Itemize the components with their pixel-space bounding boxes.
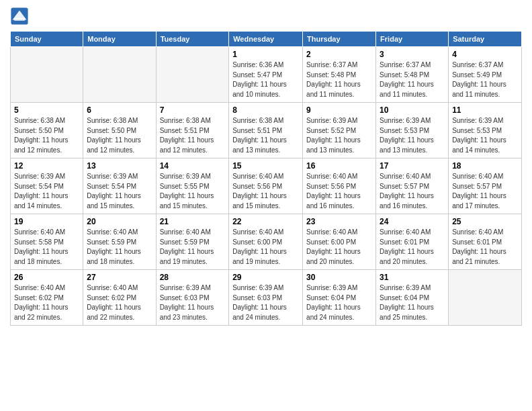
day-number: 7 — [160, 105, 226, 115]
calendar-cell: 8Sunrise: 6:38 AMSunset: 5:51 PMDaylight… — [229, 103, 303, 158]
weekday-header-row: SundayMondayTuesdayWednesdayThursdayFrid… — [11, 32, 522, 47]
day-number: 1 — [232, 50, 299, 59]
calendar-cell — [449, 270, 522, 326]
calendar-cell: 20Sunrise: 6:40 AMSunset: 5:59 PMDayligh… — [83, 214, 156, 270]
calendar-cell: 19Sunrise: 6:40 AMSunset: 5:58 PMDayligh… — [11, 214, 83, 270]
day-info: Sunrise: 6:40 AMSunset: 6:00 PMDaylight:… — [232, 228, 299, 267]
day-info: Sunrise: 6:38 AMSunset: 5:51 PMDaylight:… — [160, 116, 226, 155]
day-number: 22 — [232, 217, 299, 226]
weekday-tuesday: Tuesday — [156, 32, 229, 47]
calendar-cell: 9Sunrise: 6:39 AMSunset: 5:52 PMDaylight… — [303, 103, 376, 158]
day-info: Sunrise: 6:40 AMSunset: 5:59 PMDaylight:… — [160, 228, 226, 267]
calendar-cell: 29Sunrise: 6:39 AMSunset: 6:03 PMDayligh… — [229, 270, 303, 326]
day-info: Sunrise: 6:38 AMSunset: 5:51 PMDaylight:… — [232, 116, 299, 155]
weekday-saturday: Saturday — [449, 32, 522, 47]
calendar-cell: 24Sunrise: 6:40 AMSunset: 6:01 PMDayligh… — [376, 214, 449, 270]
day-number: 2 — [306, 50, 372, 59]
calendar-cell: 3Sunrise: 6:37 AMSunset: 5:48 PMDaylight… — [376, 47, 449, 103]
calendar-cell: 13Sunrise: 6:39 AMSunset: 5:54 PMDayligh… — [83, 158, 156, 214]
weekday-sunday: Sunday — [11, 32, 83, 47]
calendar-cell: 16Sunrise: 6:40 AMSunset: 5:56 PMDayligh… — [303, 158, 376, 214]
day-number: 29 — [232, 273, 299, 282]
day-info: Sunrise: 6:40 AMSunset: 5:57 PMDaylight:… — [380, 172, 445, 211]
day-info: Sunrise: 6:40 AMSunset: 6:02 PMDaylight:… — [87, 283, 152, 322]
day-info: Sunrise: 6:40 AMSunset: 5:58 PMDaylight:… — [14, 228, 79, 267]
day-number: 30 — [306, 273, 372, 282]
day-number: 27 — [87, 273, 152, 282]
calendar-cell: 22Sunrise: 6:40 AMSunset: 6:00 PMDayligh… — [229, 214, 303, 270]
day-info: Sunrise: 6:39 AMSunset: 6:04 PMDaylight:… — [306, 283, 372, 322]
calendar-cell: 2Sunrise: 6:37 AMSunset: 5:48 PMDaylight… — [303, 47, 376, 103]
day-number: 10 — [380, 105, 445, 115]
day-number: 28 — [160, 273, 226, 282]
day-number: 11 — [452, 105, 518, 115]
calendar-cell: 11Sunrise: 6:39 AMSunset: 5:53 PMDayligh… — [449, 103, 522, 158]
calendar-week-1: 5Sunrise: 6:38 AMSunset: 5:50 PMDaylight… — [11, 103, 522, 158]
day-number: 25 — [452, 217, 518, 226]
calendar-cell: 7Sunrise: 6:38 AMSunset: 5:51 PMDaylight… — [156, 103, 229, 158]
day-number: 14 — [160, 161, 226, 171]
logo — [10, 7, 32, 26]
day-info: Sunrise: 6:39 AMSunset: 6:03 PMDaylight:… — [232, 283, 299, 322]
day-number: 20 — [87, 217, 152, 226]
day-number: 9 — [306, 105, 372, 115]
calendar-cell: 15Sunrise: 6:40 AMSunset: 5:56 PMDayligh… — [229, 158, 303, 214]
calendar-cell: 17Sunrise: 6:40 AMSunset: 5:57 PMDayligh… — [376, 158, 449, 214]
day-info: Sunrise: 6:39 AMSunset: 5:55 PMDaylight:… — [160, 172, 226, 211]
weekday-thursday: Thursday — [303, 32, 376, 47]
day-info: Sunrise: 6:37 AMSunset: 5:48 PMDaylight:… — [306, 60, 372, 99]
calendar-cell: 14Sunrise: 6:39 AMSunset: 5:55 PMDayligh… — [156, 158, 229, 214]
day-info: Sunrise: 6:38 AMSunset: 5:50 PMDaylight:… — [87, 116, 152, 155]
day-info: Sunrise: 6:39 AMSunset: 5:53 PMDaylight:… — [380, 116, 445, 155]
calendar-week-4: 26Sunrise: 6:40 AMSunset: 6:02 PMDayligh… — [11, 270, 522, 326]
day-number: 21 — [160, 217, 226, 226]
day-info: Sunrise: 6:39 AMSunset: 6:04 PMDaylight:… — [380, 283, 445, 322]
day-number: 8 — [232, 105, 299, 115]
svg-rect-2 — [14, 18, 26, 21]
calendar-cell: 26Sunrise: 6:40 AMSunset: 6:02 PMDayligh… — [11, 270, 83, 326]
day-info: Sunrise: 6:39 AMSunset: 5:53 PMDaylight:… — [452, 116, 518, 155]
day-info: Sunrise: 6:39 AMSunset: 5:54 PMDaylight:… — [87, 172, 152, 211]
calendar-cell: 27Sunrise: 6:40 AMSunset: 6:02 PMDayligh… — [83, 270, 156, 326]
day-info: Sunrise: 6:37 AMSunset: 5:48 PMDaylight:… — [380, 60, 445, 99]
calendar-week-3: 19Sunrise: 6:40 AMSunset: 5:58 PMDayligh… — [11, 214, 522, 270]
day-number: 12 — [14, 161, 79, 171]
weekday-wednesday: Wednesday — [229, 32, 303, 47]
calendar-cell: 10Sunrise: 6:39 AMSunset: 5:53 PMDayligh… — [376, 103, 449, 158]
calendar-cell: 6Sunrise: 6:38 AMSunset: 5:50 PMDaylight… — [83, 103, 156, 158]
page: SundayMondayTuesdayWednesdayThursdayFrid… — [0, 0, 532, 411]
calendar-table: SundayMondayTuesdayWednesdayThursdayFrid… — [10, 31, 522, 326]
day-info: Sunrise: 6:36 AMSunset: 5:47 PMDaylight:… — [232, 60, 299, 99]
day-info: Sunrise: 6:40 AMSunset: 6:01 PMDaylight:… — [452, 228, 518, 267]
calendar-cell: 18Sunrise: 6:40 AMSunset: 5:57 PMDayligh… — [449, 158, 522, 214]
day-number: 16 — [306, 161, 372, 171]
day-info: Sunrise: 6:40 AMSunset: 6:00 PMDaylight:… — [306, 228, 372, 267]
day-number: 3 — [380, 50, 445, 59]
generalblue-logo-icon — [10, 7, 29, 26]
day-number: 6 — [87, 105, 152, 115]
calendar-cell: 31Sunrise: 6:39 AMSunset: 6:04 PMDayligh… — [376, 270, 449, 326]
day-number: 26 — [14, 273, 79, 282]
weekday-monday: Monday — [83, 32, 156, 47]
calendar-week-2: 12Sunrise: 6:39 AMSunset: 5:54 PMDayligh… — [11, 158, 522, 214]
day-number: 19 — [14, 217, 79, 226]
calendar-cell: 4Sunrise: 6:37 AMSunset: 5:49 PMDaylight… — [449, 47, 522, 103]
calendar-cell: 1Sunrise: 6:36 AMSunset: 5:47 PMDaylight… — [229, 47, 303, 103]
calendar-cell — [11, 47, 83, 103]
calendar-cell: 23Sunrise: 6:40 AMSunset: 6:00 PMDayligh… — [303, 214, 376, 270]
calendar-cell: 5Sunrise: 6:38 AMSunset: 5:50 PMDaylight… — [11, 103, 83, 158]
day-number: 31 — [380, 273, 445, 282]
day-info: Sunrise: 6:40 AMSunset: 5:59 PMDaylight:… — [87, 228, 152, 267]
day-number: 5 — [14, 105, 79, 115]
header — [10, 7, 522, 26]
day-info: Sunrise: 6:39 AMSunset: 5:54 PMDaylight:… — [14, 172, 79, 211]
calendar-week-0: 1Sunrise: 6:36 AMSunset: 5:47 PMDaylight… — [11, 47, 522, 103]
day-number: 24 — [380, 217, 445, 226]
day-number: 13 — [87, 161, 152, 171]
day-info: Sunrise: 6:37 AMSunset: 5:49 PMDaylight:… — [452, 60, 518, 99]
calendar-cell: 12Sunrise: 6:39 AMSunset: 5:54 PMDayligh… — [11, 158, 83, 214]
day-number: 18 — [452, 161, 518, 171]
weekday-friday: Friday — [376, 32, 449, 47]
day-info: Sunrise: 6:40 AMSunset: 5:56 PMDaylight:… — [232, 172, 299, 211]
day-number: 17 — [380, 161, 445, 171]
